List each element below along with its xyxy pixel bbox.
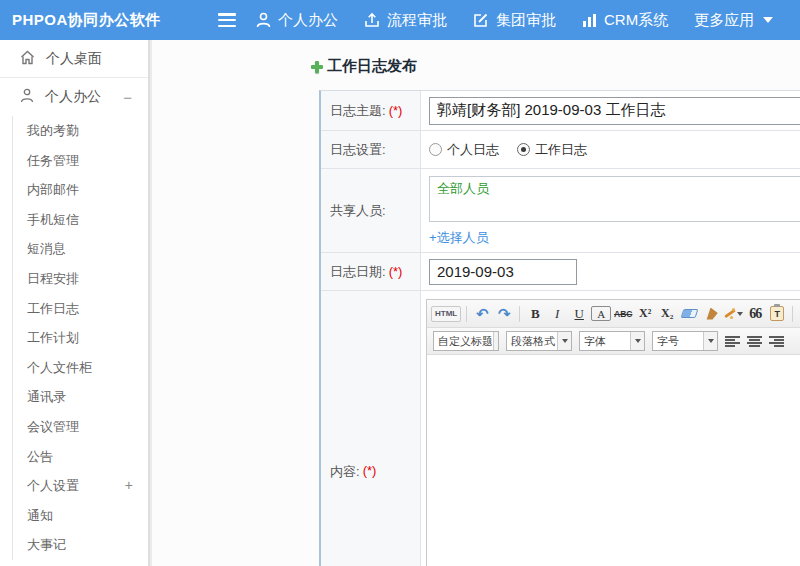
add-plus-icon bbox=[310, 60, 324, 74]
sidebar-item-milestones[interactable]: 大事记 bbox=[13, 530, 148, 560]
required-mark: (*) bbox=[389, 264, 403, 279]
bar-chart-icon bbox=[582, 13, 597, 28]
nav-group-approval[interactable]: 集团审批 bbox=[473, 11, 556, 30]
sidebar-item-personal-settings[interactable]: 个人设置+ bbox=[13, 471, 148, 501]
expand-plus-icon[interactable]: + bbox=[125, 471, 133, 501]
dropdown-caret-icon bbox=[557, 332, 571, 350]
nav-label: 更多应用 bbox=[694, 11, 754, 30]
align-right-icon[interactable] bbox=[769, 335, 784, 348]
main-content: 工作日志发布 日志主题: (*) 日志设置: 个人日 bbox=[152, 40, 800, 566]
page-title: 工作日志发布 bbox=[310, 57, 417, 76]
editor-toolbar-row1: HTML ↶ ↷ B I U A ABC X² X₂ bbox=[427, 300, 800, 328]
rich-text-editor: HTML ↶ ↷ B I U A ABC X² X₂ bbox=[426, 299, 800, 566]
sidebar-item-personal-office[interactable]: 个人办公 − bbox=[0, 78, 148, 116]
form-row-content: 内容: (*) HTML ↶ ↷ B I U bbox=[321, 291, 800, 566]
date-label: 日志日期: (*) bbox=[321, 253, 421, 290]
sidebar-item-attendance[interactable]: 我的考勤 bbox=[13, 116, 148, 146]
strikethrough-button[interactable]: ABC bbox=[613, 303, 633, 324]
share-label: 共享人员: bbox=[321, 169, 421, 252]
editor-toolbar-row2: 自定义标题 段落格式 字体 字号 bbox=[427, 328, 800, 355]
log-type-options: 个人日志 工作日志 bbox=[429, 141, 587, 159]
dropdown-caret-icon bbox=[493, 332, 499, 350]
date-input[interactable] bbox=[429, 259, 577, 285]
select-members-link[interactable]: +选择人员 bbox=[429, 229, 489, 247]
work-log-form: 日志主题: (*) 日志设置: 个人日志 工作日志 bbox=[319, 90, 800, 566]
sidebar-item-label: 个人办公 bbox=[45, 88, 101, 106]
paste-as-text-icon[interactable]: T bbox=[767, 303, 787, 324]
eraser-icon[interactable] bbox=[679, 303, 699, 324]
phpoa-app: PHPOA协同办公软件 个人办公 流程审批 集团审批 bbox=[0, 0, 800, 566]
home-icon bbox=[20, 50, 35, 68]
quick-format-icon[interactable] bbox=[723, 303, 743, 324]
sidebar-item-short-message[interactable]: 短消息 bbox=[13, 234, 148, 264]
nav-more-apps[interactable]: 更多应用 bbox=[694, 11, 773, 30]
paragraph-format-select[interactable]: 段落格式 bbox=[506, 331, 572, 351]
sidebar-item-announcements[interactable]: 公告 bbox=[13, 442, 148, 472]
align-left-icon[interactable] bbox=[725, 335, 740, 348]
sidebar-item-work-plan[interactable]: 工作计划 bbox=[13, 323, 148, 353]
sidebar: 个人桌面 个人办公 − 我的考勤 任务管理 内部邮件 手机短信 短消息 日程安排… bbox=[0, 40, 150, 566]
html-source-button[interactable]: HTML bbox=[431, 306, 461, 322]
subject-input[interactable] bbox=[429, 97, 800, 125]
caret-down-icon bbox=[763, 17, 773, 23]
nav-label: 个人办公 bbox=[278, 11, 338, 30]
top-header: PHPOA协同办公软件 个人办公 流程审批 集团审批 bbox=[0, 0, 800, 40]
radio-work-log[interactable] bbox=[517, 143, 530, 156]
nav-label: 流程审批 bbox=[387, 11, 447, 30]
blockquote-button[interactable]: 66 bbox=[745, 303, 765, 324]
form-row-settings: 日志设置: 个人日志 工作日志 bbox=[321, 131, 800, 169]
sidebar-item-notifications[interactable]: 通知 bbox=[13, 501, 148, 531]
font-color-button[interactable]: A bbox=[591, 306, 611, 321]
radio-label[interactable]: 个人日志 bbox=[447, 141, 499, 159]
font-size-select[interactable]: 字号 bbox=[652, 331, 718, 351]
sidebar-item-meetings[interactable]: 会议管理 bbox=[13, 412, 148, 442]
sidebar-item-file-cabinet[interactable]: 个人文件柜 bbox=[13, 353, 148, 383]
sidebar-item-internal-mail[interactable]: 内部邮件 bbox=[13, 175, 148, 205]
subject-label: 日志主题: (*) bbox=[321, 91, 421, 130]
settings-label: 日志设置: bbox=[321, 131, 421, 168]
undo-icon[interactable]: ↶ bbox=[472, 303, 492, 324]
nav-workflow-approval[interactable]: 流程审批 bbox=[364, 11, 447, 30]
dropdown-caret-icon bbox=[703, 332, 717, 350]
hamburger-menu-icon[interactable] bbox=[218, 13, 236, 27]
sidebar-item-desktop[interactable]: 个人桌面 bbox=[0, 40, 148, 78]
share-members-box[interactable]: 全部人员 bbox=[429, 176, 800, 222]
italic-button[interactable]: I bbox=[547, 303, 567, 324]
sidebar-item-schedule[interactable]: 日程安排 bbox=[13, 264, 148, 294]
app-title: PHPOA协同办公软件 bbox=[12, 0, 161, 40]
sidebar-item-label: 个人桌面 bbox=[46, 50, 102, 68]
subscript-button[interactable]: X₂ bbox=[657, 303, 677, 324]
superscript-button[interactable]: X² bbox=[635, 303, 655, 324]
sidebar-item-contacts[interactable]: 通讯录 bbox=[13, 382, 148, 412]
form-row-share: 共享人员: 全部人员 +选择人员 bbox=[321, 169, 800, 253]
content-label: 内容: (*) bbox=[321, 291, 421, 566]
required-mark: (*) bbox=[363, 463, 377, 478]
edit-icon bbox=[473, 12, 489, 28]
nav-label: 集团审批 bbox=[496, 11, 556, 30]
sidebar-submenu: 我的考勤 任务管理 内部邮件 手机短信 短消息 日程安排 工作日志 工作计划 个… bbox=[12, 116, 148, 560]
person-icon bbox=[256, 12, 271, 28]
person-icon bbox=[20, 88, 34, 106]
collapse-minus-icon[interactable]: − bbox=[123, 89, 132, 106]
nav-personal-office[interactable]: 个人办公 bbox=[256, 11, 338, 30]
custom-heading-select[interactable]: 自定义标题 bbox=[433, 331, 499, 351]
radio-personal-log[interactable] bbox=[429, 143, 442, 156]
editor-content-area[interactable] bbox=[427, 355, 800, 566]
sidebar-item-work-log[interactable]: 工作日志 bbox=[13, 294, 148, 324]
font-family-select[interactable]: 字体 bbox=[579, 331, 645, 351]
underline-button[interactable]: U bbox=[569, 303, 589, 324]
top-nav: 个人办公 流程审批 集团审批 CRM系统 更多应用 bbox=[256, 0, 773, 40]
form-row-subject: 日志主题: (*) bbox=[321, 91, 800, 131]
nav-label: CRM系统 bbox=[604, 11, 668, 30]
dropdown-caret-icon bbox=[630, 332, 644, 350]
radio-label[interactable]: 工作日志 bbox=[535, 141, 587, 159]
format-brush-icon[interactable] bbox=[701, 303, 721, 324]
bold-button[interactable]: B bbox=[525, 303, 545, 324]
nav-crm-system[interactable]: CRM系统 bbox=[582, 11, 668, 30]
upload-icon bbox=[364, 12, 380, 28]
sidebar-item-tasks[interactable]: 任务管理 bbox=[13, 146, 148, 176]
form-row-date: 日志日期: (*) bbox=[321, 253, 800, 291]
redo-icon[interactable]: ↷ bbox=[494, 303, 514, 324]
sidebar-item-sms[interactable]: 手机短信 bbox=[13, 205, 148, 235]
align-center-icon[interactable] bbox=[747, 335, 762, 348]
